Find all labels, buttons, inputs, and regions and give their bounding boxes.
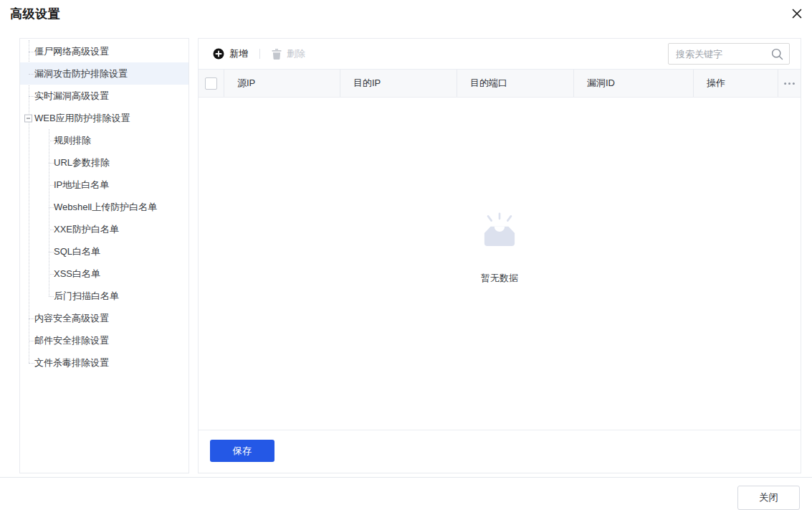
sidebar-item-realtime-vuln-advanced[interactable]: 实时漏洞高级设置 — [20, 85, 188, 107]
sidebar-item-botnet-advanced[interactable]: 僵尸网络高级设置 — [20, 40, 188, 62]
collapse-icon[interactable] — [24, 114, 32, 122]
sidebar-item-label: 僵尸网络高级设置 — [20, 46, 109, 57]
sidebar-item-label: URL参数排除 — [20, 157, 110, 168]
sidebar-item-ip-whitelist[interactable]: IP地址白名单 — [20, 174, 188, 196]
search-box — [668, 43, 790, 65]
column-header-vuln-id: 漏洞ID — [574, 70, 694, 97]
settings-tree-sidebar: 僵尸网络高级设置 漏洞攻击防护排除设置 实时漏洞高级设置 WEB应用防护排除设置… — [19, 38, 189, 473]
sidebar-item-label: 漏洞攻击防护排除设置 — [20, 68, 128, 79]
sidebar-item-label: 实时漏洞高级设置 — [20, 90, 109, 101]
delete-button-label: 删除 — [287, 47, 305, 60]
sidebar-item-url-param-exclusion[interactable]: URL参数排除 — [20, 151, 188, 174]
select-all-cell — [199, 70, 224, 97]
save-button[interactable]: 保存 — [210, 440, 274, 462]
empty-tray-icon — [475, 209, 524, 253]
sidebar-item-label: 邮件安全排除设置 — [20, 335, 109, 346]
sidebar-item-label: 规则排除 — [20, 135, 91, 146]
close-button[interactable]: 关闭 — [737, 486, 800, 510]
trash-icon — [272, 49, 282, 60]
sidebar-item-label: Webshell上传防护白名单 — [20, 202, 157, 212]
close-icon[interactable] — [791, 8, 803, 19]
exclusion-table-panel: 新增 删除 源IP 目的IP 目的端口 漏洞ID — [198, 38, 801, 473]
sidebar-item-mail-security-exclusion[interactable]: 邮件安全排除设置 — [20, 329, 188, 351]
column-header-source-ip: 源IP — [224, 70, 340, 97]
column-header-actions: 操作 — [694, 70, 778, 97]
add-button-label: 新增 — [229, 47, 248, 60]
sidebar-item-label: SQL白名单 — [20, 246, 100, 257]
sidebar-item-xxe-whitelist[interactable]: XXE防护白名单 — [20, 218, 188, 240]
table-header-row: 源IP 目的IP 目的端口 漏洞ID 操作 — [199, 69, 801, 98]
add-button[interactable]: 新增 — [213, 47, 248, 60]
sidebar-item-webshell-upload-whitelist[interactable]: Webshell上传防护白名单 — [20, 196, 188, 218]
sidebar-item-label: 后门扫描白名单 — [20, 291, 119, 301]
select-all-checkbox[interactable] — [205, 77, 217, 90]
empty-state-text: 暂无数据 — [481, 272, 518, 285]
sidebar-item-label: XXE防护白名单 — [20, 224, 119, 235]
sidebar-item-label: WEB应用防护排除设置 — [20, 113, 130, 123]
table-toolbar: 新增 删除 — [199, 39, 801, 69]
panel-footer: 保存 — [199, 430, 801, 473]
delete-button: 删除 — [272, 47, 305, 60]
ellipsis-icon — [783, 82, 796, 85]
column-header-dest-ip: 目的IP — [340, 70, 457, 97]
column-header-dest-port: 目的端口 — [457, 70, 574, 97]
sidebar-item-file-antivirus-exclusion[interactable]: 文件杀毒排除设置 — [20, 351, 188, 374]
sidebar-item-vuln-attack-exclusion[interactable]: 漏洞攻击防护排除设置 — [20, 62, 188, 85]
sidebar-item-rule-exclusion[interactable]: 规则排除 — [20, 129, 188, 151]
column-settings-button[interactable] — [778, 70, 801, 97]
magnifier-icon[interactable] — [771, 48, 783, 63]
sidebar-item-xss-whitelist[interactable]: XSS白名单 — [20, 263, 188, 285]
sidebar-item-label: 内容安全高级设置 — [20, 313, 109, 324]
toolbar-divider — [259, 49, 260, 59]
dialog-footer: 关闭 — [0, 477, 812, 510]
sidebar-item-content-security-advanced[interactable]: 内容安全高级设置 — [20, 307, 188, 329]
sidebar-item-label: XSS白名单 — [20, 268, 100, 279]
sidebar-item-label: 文件杀毒排除设置 — [20, 357, 109, 368]
table-empty-state: 暂无数据 — [199, 98, 800, 430]
plus-circle-icon — [213, 48, 224, 60]
sidebar-item-label: IP地址白名单 — [20, 179, 109, 190]
sidebar-item-sql-whitelist[interactable]: SQL白名单 — [20, 240, 188, 263]
page-title: 高级设置 — [10, 6, 60, 22]
sidebar-item-web-app-exclusion[interactable]: WEB应用防护排除设置 — [20, 107, 188, 129]
sidebar-item-backdoor-scan-whitelist[interactable]: 后门扫描白名单 — [20, 285, 188, 307]
